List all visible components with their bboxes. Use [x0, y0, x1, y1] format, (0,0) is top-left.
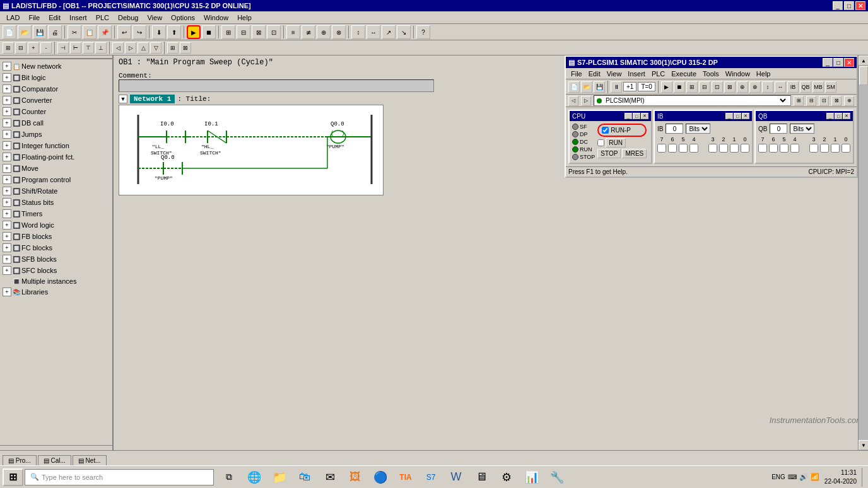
- expand-timers[interactable]: +: [3, 209, 11, 218]
- ib-maximize[interactable]: □: [734, 113, 741, 119]
- scroll-up-button[interactable]: ▲: [859, 55, 868, 66]
- taskbar-icon-photos[interactable]: 🖼: [344, 468, 367, 487]
- taskbar-icon-app2[interactable]: ⚙: [495, 468, 518, 487]
- expand-counter[interactable]: +: [3, 107, 11, 116]
- search-bar[interactable]: 🔍 Type here to search: [25, 469, 214, 485]
- menu-debug[interactable]: Debug: [114, 13, 142, 23]
- taskbar-icon-store[interactable]: 🛍: [293, 468, 316, 487]
- tb2-h[interactable]: ⊥: [95, 42, 107, 54]
- taskbar-icon-app4[interactable]: 🔧: [546, 468, 568, 487]
- plcsim-tb-a[interactable]: ▶: [661, 81, 672, 93]
- title-bar-controls[interactable]: _ □ ✕: [833, 1, 865, 10]
- qb-bit6[interactable]: [769, 144, 778, 153]
- tb-btn-b[interactable]: ⊟: [237, 25, 250, 39]
- qb-bit7[interactable]: [758, 144, 767, 153]
- plcsim-title-buttons[interactable]: _ □ ✕: [823, 58, 854, 67]
- plcsim-tb-c[interactable]: ⊞: [686, 81, 698, 93]
- run-p-checkbox[interactable]: [602, 127, 609, 134]
- mres-button[interactable]: MRES: [622, 149, 647, 158]
- ib-title-btns[interactable]: _ □ ✕: [725, 113, 749, 119]
- sidebar-item-program-control[interactable]: + 🔲 Program control: [0, 174, 112, 185]
- menu-window[interactable]: Window: [200, 13, 232, 23]
- plcsim-addr-d[interactable]: ⊟: [806, 96, 816, 106]
- menu-edit[interactable]: Edit: [45, 13, 64, 23]
- help-button[interactable]: ?: [416, 25, 430, 39]
- menu-help[interactable]: Help: [233, 13, 255, 23]
- qb-bit5[interactable]: [780, 144, 789, 153]
- expand-bit-logic[interactable]: +: [3, 73, 11, 82]
- save-button[interactable]: 💾: [33, 25, 47, 39]
- paste-button[interactable]: 📌: [98, 25, 112, 39]
- plcsim-addr-g[interactable]: ⊕: [844, 96, 854, 106]
- show-desktop-button[interactable]: [862, 468, 865, 487]
- stop-button[interactable]: STOP: [597, 149, 621, 158]
- plcsim-maximize[interactable]: □: [833, 58, 843, 67]
- expand-new-network[interactable]: +: [3, 62, 11, 71]
- sidebar-item-sfc-blocks[interactable]: + 🔲 SFC blocks: [0, 265, 112, 276]
- tab-cal[interactable]: ▤ Cal...: [38, 455, 71, 465]
- copy-button[interactable]: 📋: [83, 25, 97, 39]
- ib-bit1[interactable]: [730, 144, 739, 153]
- tb2-f[interactable]: ⊢: [70, 42, 81, 54]
- sidebar-item-timers[interactable]: + 🔲 Timers: [0, 208, 112, 219]
- expand-converter[interactable]: +: [3, 96, 11, 105]
- qb-number-input[interactable]: [770, 124, 787, 134]
- plcsim-menu-plc[interactable]: PLC: [649, 69, 667, 78]
- tb-btn-f[interactable]: ≢: [302, 25, 315, 39]
- plcsim-menu-execute[interactable]: Execute: [669, 69, 699, 78]
- tb-btn-j[interactable]: ↔: [367, 25, 380, 39]
- ib-bit5[interactable]: [679, 144, 688, 153]
- expand-sfb-blocks[interactable]: +: [3, 255, 11, 264]
- new-button[interactable]: 📄: [3, 25, 16, 39]
- tb-btn-e[interactable]: ≡: [286, 25, 300, 39]
- expand-program-control[interactable]: +: [3, 175, 11, 184]
- ib-number-input[interactable]: [666, 124, 683, 134]
- tb2-e[interactable]: ⊣: [57, 42, 69, 54]
- taskbar-clock[interactable]: 11:31 22-04-2020: [824, 468, 857, 486]
- plcsim-address-select[interactable]: PLCSIM(MPI): [603, 96, 788, 105]
- cpu-minimize[interactable]: _: [625, 113, 632, 119]
- qb-bit0[interactable]: [842, 144, 850, 153]
- tb2-k[interactable]: △: [138, 42, 149, 54]
- expand-libraries[interactable]: +: [3, 288, 11, 296]
- plcsim-tb-d[interactable]: ⊟: [699, 81, 710, 93]
- expand-sfc-blocks[interactable]: +: [3, 266, 11, 275]
- ib-minimize[interactable]: _: [725, 113, 733, 119]
- qb-maximize[interactable]: □: [835, 113, 842, 119]
- taskbar-icon-edge[interactable]: 🌐: [243, 468, 266, 487]
- plcsim-addr-c[interactable]: ⊞: [794, 96, 804, 106]
- ib-bit7[interactable]: [657, 144, 666, 153]
- sidebar-item-fb-blocks[interactable]: + 🔲 FB blocks: [0, 231, 112, 242]
- tb2-m[interactable]: ⊞: [167, 42, 179, 54]
- tb2-d[interactable]: -: [40, 42, 52, 54]
- ib-bit6[interactable]: [668, 144, 677, 153]
- scroll-down-button[interactable]: ▼: [859, 440, 868, 450]
- minimize-button[interactable]: _: [833, 1, 843, 10]
- tb2-g[interactable]: ⊤: [83, 42, 94, 54]
- sidebar-item-status-bits[interactable]: + 🔲 Status bits: [0, 197, 112, 208]
- tb-btn-a[interactable]: ⊞: [221, 25, 235, 39]
- plcsim-menu-tools[interactable]: Tools: [700, 69, 722, 78]
- tb-btn-h[interactable]: ⊗: [332, 25, 346, 39]
- expand-move[interactable]: +: [3, 164, 11, 173]
- tb2-j[interactable]: ▷: [125, 42, 136, 54]
- start-button[interactable]: ⊞: [3, 468, 23, 486]
- menu-view[interactable]: View: [143, 13, 166, 23]
- qb-format-select[interactable]: Bits: [790, 124, 814, 134]
- sidebar-item-bit-logic[interactable]: + 🔲 Bit logic: [0, 72, 112, 83]
- taskbar-icon-explorer[interactable]: 📁: [268, 468, 291, 487]
- taskbar-icon-word[interactable]: W: [445, 468, 467, 487]
- run-checkbox[interactable]: [597, 139, 604, 146]
- plcsim-tb-m[interactable]: MB: [812, 81, 824, 93]
- tb-btn-c[interactable]: ⊠: [252, 25, 266, 39]
- plcsim-addr-a[interactable]: ◁: [568, 96, 578, 106]
- cpu-maximize[interactable]: □: [633, 113, 640, 119]
- sidebar-item-shift-rotate[interactable]: + 🔲 Shift/Rotate: [0, 185, 112, 197]
- qb-minimize[interactable]: _: [826, 113, 834, 119]
- plcsim-tb-i[interactable]: ↕: [762, 81, 773, 93]
- tb2-a[interactable]: ⊞: [3, 42, 14, 54]
- ib-bit3[interactable]: [708, 144, 717, 153]
- expand-fb-blocks[interactable]: +: [3, 232, 11, 241]
- taskbar-icon-chrome[interactable]: 🔵: [369, 468, 392, 487]
- sidebar-item-multiple-instances[interactable]: 🔳 Multiple instances: [0, 276, 112, 286]
